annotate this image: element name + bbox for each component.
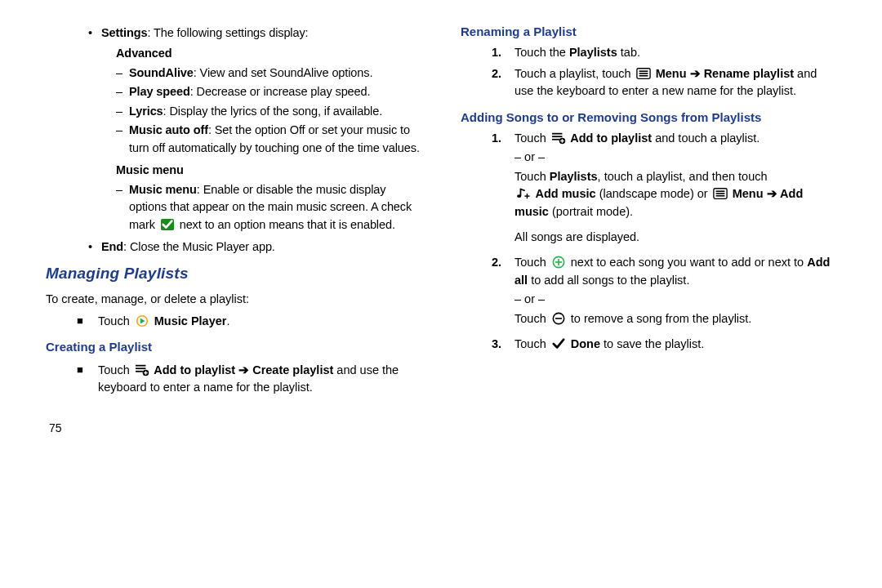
adv-item-1: – Play speed: Decrease or increase play …: [116, 83, 421, 100]
svg-rect-3: [136, 364, 145, 366]
adv-item-3: – Music auto off: Set the option Off or …: [116, 122, 421, 157]
add-step-2-remove: Touch to remove a song from the playlist…: [514, 310, 836, 327]
touch-music-player-line: ■ Touch Music Player.: [77, 313, 421, 330]
all-songs-displayed: All songs are displayed.: [514, 229, 836, 246]
left-column: • Settings: The following settings displ…: [46, 23, 421, 572]
svg-rect-23: [715, 190, 724, 192]
menu-icon: [636, 67, 651, 80]
svg-rect-4: [136, 368, 145, 369]
svg-rect-10: [639, 70, 648, 72]
renaming-playlist-heading: Renaming a Playlist: [461, 23, 836, 41]
svg-rect-25: [715, 195, 724, 197]
music-player-icon: [135, 314, 149, 327]
managing-intro: To create, manage, or delete a playlist:: [46, 291, 421, 308]
dash-bullet: –: [116, 122, 129, 157]
svg-rect-8: [144, 372, 147, 372]
plus-circle-icon: [551, 256, 566, 269]
adv-item-0: – SoundAlive: View and set SoundAlive op…: [116, 65, 421, 82]
dash-bullet: –: [116, 65, 129, 82]
managing-playlists-heading: Managing Playlists: [46, 262, 421, 285]
step-number: 2.: [492, 254, 514, 289]
musicmenu-item: – Music menu: Enable or disable the musi…: [116, 181, 421, 234]
svg-rect-24: [715, 193, 724, 194]
end-line: • End: Close the Music Player app.: [88, 238, 421, 256]
dash-bullet: –: [116, 181, 129, 234]
add-music-icon: [516, 187, 531, 200]
svg-point-19: [517, 194, 521, 198]
checkmark-icon: [160, 218, 175, 231]
add-step-2: 2. Touch next to each song you want to a…: [492, 254, 836, 289]
minus-circle-icon: [551, 312, 566, 325]
add-step-3: 3. Touch Done to save the playlist.: [492, 336, 836, 353]
musicmenu-heading: Music menu: [116, 162, 421, 179]
step-number: 2.: [492, 65, 514, 100]
creating-playlist-heading: Creating a Playlist: [46, 338, 421, 356]
add-step-1-alt: Touch Playlists, touch a playlist, and t…: [514, 168, 836, 220]
svg-rect-28: [555, 262, 562, 264]
or-sep-2: – or –: [514, 291, 836, 308]
dash-bullet: –: [116, 83, 129, 100]
create-playlist-line: ■ Touch Add to playlist ➔ Create playlis…: [77, 362, 421, 397]
bullet-dot: •: [88, 24, 101, 42]
step-number: 1.: [492, 130, 514, 147]
square-bullet: ■: [77, 313, 98, 330]
dash-bullet: –: [116, 103, 129, 120]
svg-rect-12: [639, 75, 648, 77]
square-bullet: ■: [77, 362, 98, 397]
svg-rect-14: [552, 136, 562, 137]
page-number: 75: [49, 420, 421, 437]
check-icon: [551, 337, 566, 350]
rename-step-1: 1. Touch the Playlists tab.: [492, 44, 836, 61]
add-to-playlist-icon: [135, 363, 149, 376]
svg-rect-5: [136, 371, 143, 372]
svg-rect-13: [552, 133, 562, 135]
settings-rest: : The following settings display:: [147, 26, 308, 39]
or-sep-1: – or –: [514, 149, 836, 166]
right-column: Renaming a Playlist 1. Touch the Playlis…: [461, 23, 836, 572]
svg-rect-30: [555, 318, 562, 319]
manual-page: • Settings: The following settings displ…: [0, 0, 882, 588]
svg-rect-15: [552, 139, 559, 140]
settings-line: • Settings: The following settings displ…: [88, 24, 421, 42]
step-number: 3.: [492, 336, 514, 353]
svg-rect-21: [524, 195, 529, 196]
adv-item-2: – Lyrics: Display the lyrics of the song…: [116, 103, 421, 120]
svg-rect-11: [639, 73, 648, 74]
add-step-1: 1. Touch Add to playlist and touch a pla…: [492, 130, 836, 147]
svg-rect-18: [560, 140, 564, 141]
add-to-playlist-icon: [551, 131, 566, 145]
rename-step-2: 2. Touch a playlist, touch Menu ➔ Rename…: [492, 65, 836, 100]
menu-icon: [713, 187, 728, 200]
bullet-dot: •: [88, 238, 101, 256]
adding-songs-heading: Adding Songs to or Removing Songs from P…: [461, 109, 836, 127]
step-number: 1.: [492, 44, 514, 61]
advanced-heading: Advanced: [116, 45, 421, 62]
settings-bold: Settings: [101, 26, 147, 39]
